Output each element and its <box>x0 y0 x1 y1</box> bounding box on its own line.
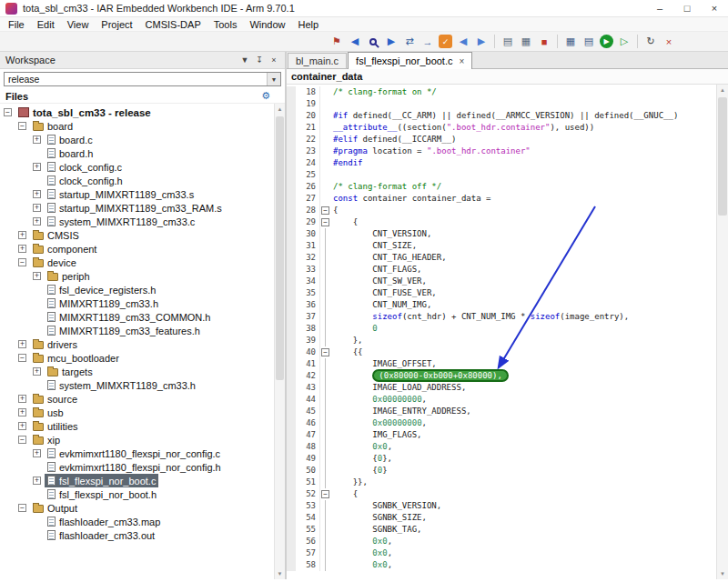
find-previous-icon[interactable]: ◀ <box>347 34 363 50</box>
stop-debug-icon[interactable]: × <box>661 34 677 50</box>
expand-icon[interactable]: + <box>33 449 41 457</box>
breakpoint-margin[interactable] <box>287 453 296 465</box>
breakpoint-margin[interactable] <box>287 406 296 417</box>
breakpoint-margin[interactable] <box>287 441 296 453</box>
line-number[interactable]: 37 <box>296 311 319 323</box>
workspace-scrollbar-thumb[interactable] <box>276 116 284 380</box>
pin-icon[interactable]: ↧ <box>252 55 267 65</box>
line-number[interactable]: 51 <box>296 477 319 488</box>
editor-scroll-up-icon[interactable]: ▲ <box>717 85 728 95</box>
configuration-dropdown[interactable]: release ▼ <box>4 72 281 86</box>
code-text[interactable]: { <box>331 488 728 500</box>
tree-item-fsl-flexspi-nor-boot-h[interactable]: fsl_flexspi_nor_boot.h <box>0 487 285 501</box>
collapse-icon[interactable]: − <box>18 258 26 266</box>
code-text[interactable] <box>331 169 728 181</box>
breakpoint-margin[interactable] <box>287 299 296 311</box>
code-text[interactable]: 0x0, <box>331 559 728 571</box>
breakpoint-margin[interactable] <box>287 536 296 547</box>
line-number[interactable]: 47 <box>296 429 319 441</box>
breakpoint-margin[interactable] <box>287 205 296 216</box>
code-area[interactable]: 18/* clang-format on */1920#if defined(_… <box>287 85 728 579</box>
tree-item-output[interactable]: −Output <box>0 501 285 515</box>
code-text[interactable]: (0x80000-0xb000+0x80000), <box>331 370 728 382</box>
tree-item-system-mimxrt1189-cm33-c[interactable]: +system_MIMXRT1189_cm33.c <box>0 215 285 228</box>
fold-collapse-icon[interactable]: − <box>321 348 329 356</box>
menu-file[interactable]: File <box>2 19 31 30</box>
code-text[interactable]: CNT_TAG_HEADER, <box>331 252 728 264</box>
tree-item-startup-mimxrt1189-cm33-s[interactable]: +startup_MIMXRT1189_cm33.s <box>0 187 285 201</box>
line-number[interactable]: 19 <box>296 98 319 110</box>
breakpoint-margin[interactable] <box>287 252 296 264</box>
line-number[interactable]: 50 <box>296 465 319 477</box>
line-number[interactable]: 46 <box>296 417 319 429</box>
breakpoint-margin[interactable] <box>287 276 296 287</box>
expand-icon[interactable]: + <box>18 245 26 253</box>
menu-dropdown-icon[interactable]: ▼ <box>238 55 252 65</box>
line-number[interactable]: 28 <box>296 205 319 216</box>
line-number[interactable]: 26 <box>296 181 319 193</box>
line-number[interactable]: 38 <box>296 323 319 335</box>
tree-item-flashloader-cm33-map[interactable]: flashloader_cm33.map <box>0 515 285 528</box>
editor-scroll-down-icon[interactable]: ▼ <box>717 568 728 579</box>
code-text[interactable]: CNT_VERSION, <box>331 228 728 240</box>
code-text[interactable]: IMAGE_LOAD_ADDRESS, <box>331 382 728 394</box>
breakpoint-margin[interactable] <box>287 216 296 228</box>
close-button[interactable]: × <box>701 0 728 16</box>
line-number[interactable]: 35 <box>296 287 319 299</box>
stop-build-icon[interactable]: ■ <box>536 34 552 50</box>
code-text[interactable]: #endif <box>331 157 728 169</box>
tree-item-evkmimxrt1180-flexspi-nor-config-h[interactable]: evkmimxrt1180_flexspi_nor_config.h <box>0 460 285 474</box>
dropdown-caret-icon[interactable]: ▼ <box>267 73 280 85</box>
breakpoint-margin[interactable] <box>287 264 296 276</box>
find-next-icon[interactable]: ▶ <box>383 34 399 50</box>
breakpoint-margin[interactable] <box>287 358 296 370</box>
expand-icon[interactable]: + <box>33 367 41 376</box>
line-number[interactable]: 27 <box>296 193 319 205</box>
tree-item-targets[interactable]: +targets <box>0 365 285 378</box>
code-text[interactable]: SGNBK_VERSION, <box>331 500 728 512</box>
breakpoint-margin[interactable] <box>287 122 296 134</box>
fold-collapse-icon[interactable]: − <box>321 206 329 215</box>
workspace-scrollbar[interactable]: ▲ ▼ <box>274 104 285 579</box>
line-number[interactable]: 55 <box>296 524 319 536</box>
code-text[interactable]: 0x0, <box>331 441 728 453</box>
settings-gear-icon[interactable]: ⚙ <box>261 90 270 102</box>
expand-icon[interactable]: + <box>33 204 41 212</box>
line-number[interactable]: 56 <box>296 536 319 547</box>
line-number[interactable]: 18 <box>296 86 319 98</box>
menu-cmsis-dap[interactable]: CMSIS-DAP <box>139 19 207 30</box>
breakpoint-margin[interactable] <box>287 134 296 146</box>
code-text[interactable]: CNT_NUM_IMG, <box>331 299 728 311</box>
collapse-icon[interactable]: − <box>18 354 26 362</box>
tree-item-fsl-device-registers-h[interactable]: fsl_device_registers.h <box>0 283 285 296</box>
scroll-up-icon[interactable]: ▲ <box>275 104 285 115</box>
tree-item-mimxrt1189-cm33-h[interactable]: MIMXRT1189_cm33.h <box>0 296 285 310</box>
code-text[interactable]: #elif defined(__ICCARM__) <box>331 134 728 146</box>
tab-close-icon[interactable]: × <box>459 56 464 66</box>
breakpoint-margin[interactable] <box>287 488 296 500</box>
breakpoint-margin[interactable] <box>287 86 296 98</box>
code-text[interactable]: SGNBK_SIZE, <box>331 512 728 524</box>
bookmark-icon[interactable]: ⚑ <box>329 34 345 50</box>
code-text[interactable]: SGNBK_TAG, <box>331 524 728 536</box>
breakpoint-margin[interactable] <box>287 193 296 205</box>
line-number[interactable]: 40 <box>296 346 319 358</box>
breakpoint-margin[interactable] <box>287 429 296 441</box>
tree-item-fsl-flexspi-nor-boot-c[interactable]: +fsl_flexspi_nor_boot.c <box>0 474 285 487</box>
line-number[interactable]: 25 <box>296 169 319 181</box>
breakpoint-margin[interactable] <box>287 477 296 488</box>
tree-item-cmsis[interactable]: +CMSIS <box>0 228 285 242</box>
code-text[interactable]: const container container_data = <box>331 193 728 205</box>
line-number[interactable]: 30 <box>296 228 319 240</box>
tree-item-mimxrt1189-cm33-features-h[interactable]: MIMXRT1189_cm33_features.h <box>0 324 285 337</box>
breakpoint-margin[interactable] <box>287 465 296 477</box>
tree-item-mimxrt1189-cm33-common-h[interactable]: MIMXRT1189_cm33_COMMON.h <box>0 310 285 324</box>
code-text[interactable]: /* clang-format off */ <box>331 181 728 193</box>
breakpoint-margin[interactable] <box>287 287 296 299</box>
code-text[interactable]: { <box>331 205 728 216</box>
code-text[interactable]: 0x0, <box>331 547 728 559</box>
breakpoint-margin[interactable] <box>287 382 296 394</box>
breakpoint-margin[interactable] <box>287 524 296 536</box>
breakpoint-margin[interactable] <box>287 559 296 571</box>
line-number[interactable]: 24 <box>296 157 319 169</box>
